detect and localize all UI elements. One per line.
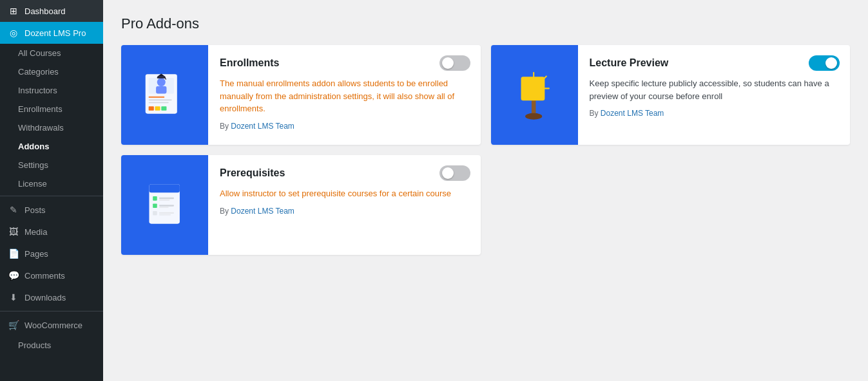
addon-by-lecture-preview: By Dozent LMS Team (590, 109, 840, 118)
sidebar-item-label: Posts (24, 205, 46, 215)
sidebar-item-label: Dozent LMS Pro (24, 28, 86, 38)
addon-card-enrollments: Enrollments The manual enrollments addon… (121, 45, 481, 145)
svg-rect-11 (155, 106, 160, 111)
svg-rect-24 (149, 184, 179, 192)
svg-rect-30 (159, 207, 169, 208)
main-content: Pro Add-ons (103, 0, 868, 381)
sidebar-item-categories[interactable]: Categories (0, 62, 103, 81)
svg-rect-27 (159, 200, 169, 201)
addon-image-enrollments (121, 45, 208, 145)
downloads-icon: ⬇ (8, 292, 19, 302)
addon-header-lecture-preview: Lecture Preview (590, 55, 840, 71)
sidebar-divider-2 (0, 311, 103, 311)
sidebar-item-settings[interactable]: Settings (0, 156, 103, 174)
addons-grid: Enrollments The manual enrollments addon… (121, 45, 850, 255)
addon-author-link-prerequisites[interactable]: Dozent LMS Team (231, 207, 294, 216)
sidebar-item-label: Media (24, 227, 47, 237)
svg-rect-28 (153, 203, 157, 208)
sidebar-item-posts[interactable]: ✎ Posts (0, 199, 103, 221)
addon-image-prerequisites (121, 155, 208, 255)
addon-toggle-lecture-preview[interactable] (809, 55, 840, 71)
addon-body-enrollments: Enrollments The manual enrollments addon… (208, 45, 481, 141)
addon-toggle-enrollments[interactable] (439, 55, 470, 71)
sidebar-item-pages[interactable]: 📄 Pages (0, 243, 103, 265)
svg-rect-10 (148, 106, 153, 111)
pages-icon: 📄 (8, 248, 19, 259)
addon-author-link-enrollments[interactable]: Dozent LMS Team (231, 122, 294, 131)
addon-body-lecture-preview: Lecture Preview Keep specific lecture pu… (578, 45, 851, 128)
sidebar-item-label: License (18, 179, 47, 189)
svg-rect-25 (153, 196, 157, 201)
svg-rect-9 (148, 102, 168, 103)
sidebar-item-comments[interactable]: 💬 Comments (0, 265, 103, 286)
sidebar-item-withdrawals[interactable]: Withdrawals (0, 118, 103, 137)
addon-description-lecture-preview: Keep specific lecture publicly accessibl… (590, 77, 840, 102)
posts-icon: ✎ (8, 205, 19, 215)
svg-point-14 (525, 113, 542, 119)
sidebar-item-addons[interactable]: Addons (0, 137, 103, 156)
dashboard-icon: ⊞ (8, 6, 19, 16)
addon-description-prerequisites: Allow instructor to set prerequisite cou… (220, 187, 470, 200)
addon-toggle-prerequisites[interactable] (439, 165, 470, 181)
sidebar-item-label: Addons (18, 142, 49, 151)
toggle-knob (825, 57, 837, 69)
sidebar-item-downloads[interactable]: ⬇ Downloads (0, 286, 103, 308)
sidebar-item-products[interactable]: Products (0, 336, 103, 355)
addon-title-prerequisites: Prerequisites (220, 167, 285, 179)
lecture-preview-illustration (505, 66, 563, 124)
addon-header-prerequisites: Prerequisites (220, 165, 470, 181)
addon-description-enrollments: The manual enrollments addon allows stud… (220, 77, 470, 115)
addon-card-lecture-preview: Lecture Preview Keep specific lecture pu… (491, 45, 851, 145)
svg-rect-32 (159, 212, 174, 213)
svg-rect-3 (156, 86, 166, 93)
sidebar-item-label: Instructors (18, 86, 57, 95)
sidebar-item-license[interactable]: License (0, 174, 103, 193)
toggle-knob (442, 57, 454, 69)
sidebar-item-enrollments[interactable]: Enrollments (0, 100, 103, 118)
sidebar-item-label: Dashboard (24, 6, 66, 16)
sidebar-item-label: WooCommerce (24, 321, 82, 330)
sidebar-item-label: Products (18, 340, 51, 350)
svg-rect-8 (148, 99, 171, 100)
sidebar-item-label: All Courses (18, 48, 61, 58)
sidebar-item-label: Withdrawals (18, 123, 64, 133)
page-title: Pro Add-ons (121, 15, 850, 32)
sidebar-item-label: Downloads (24, 293, 66, 302)
svg-rect-7 (148, 96, 164, 97)
addon-header-enrollments: Enrollments (220, 55, 470, 71)
prerequisites-illustration (136, 176, 194, 234)
sidebar-item-label: Enrollments (18, 104, 63, 114)
sidebar-item-all-courses[interactable]: All Courses (0, 44, 103, 62)
toggle-knob (442, 167, 454, 179)
addon-by-prerequisites: By Dozent LMS Team (220, 207, 470, 216)
sidebar: ⊞ Dashboard ◎ Dozent LMS Pro All Courses… (0, 0, 103, 381)
svg-rect-15 (521, 77, 545, 100)
sidebar-item-label: Pages (24, 249, 48, 259)
sidebar-item-media[interactable]: 🖼 Media (0, 221, 103, 243)
addon-by-enrollments: By Dozent LMS Team (220, 122, 470, 131)
addon-title-enrollments: Enrollments (220, 57, 279, 69)
addon-body-prerequisites: Prerequisites Allow instructor to set pr… (208, 155, 481, 226)
sidebar-item-label: Categories (18, 67, 59, 77)
sidebar-item-dashboard[interactable]: ⊞ Dashboard (0, 0, 103, 22)
sidebar-divider (0, 196, 103, 196)
addon-title-lecture-preview: Lecture Preview (590, 57, 669, 69)
dozent-icon: ◎ (8, 28, 19, 38)
sidebar-item-woocommerce[interactable]: 🛒 WooCommerce (0, 314, 103, 336)
enrollment-illustration (136, 66, 194, 124)
sidebar-item-label: Settings (18, 160, 48, 170)
addon-author-link-lecture-preview[interactable]: Dozent LMS Team (601, 109, 664, 118)
svg-rect-31 (153, 211, 157, 216)
addon-image-lecture-preview (491, 45, 578, 145)
media-icon: 🖼 (8, 227, 19, 237)
svg-rect-12 (161, 106, 166, 111)
woocommerce-icon: 🛒 (8, 320, 19, 330)
comments-icon: 💬 (8, 270, 19, 281)
svg-rect-26 (159, 197, 174, 198)
sidebar-item-dozent-lms-pro[interactable]: ◎ Dozent LMS Pro (0, 22, 103, 44)
addon-card-prerequisites: Prerequisites Allow instructor to set pr… (121, 155, 481, 255)
svg-point-2 (157, 78, 165, 86)
sidebar-item-label: Comments (24, 271, 65, 281)
sidebar-item-instructors[interactable]: Instructors (0, 81, 103, 100)
svg-rect-29 (159, 205, 174, 206)
